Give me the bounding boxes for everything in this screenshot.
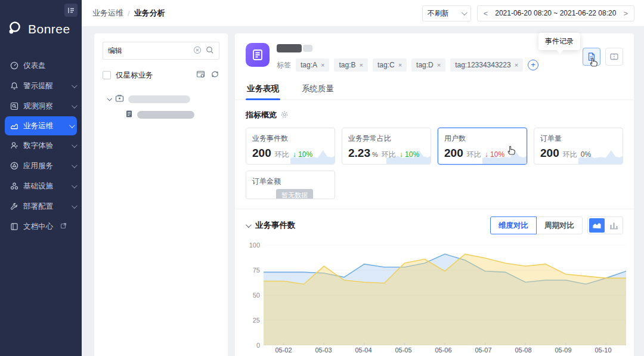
wrench-icon	[10, 202, 18, 211]
cursor-pointer-hand	[506, 143, 518, 156]
tab-system-quality[interactable]: 系统质量	[301, 80, 335, 100]
cursor-pointer-hand	[588, 55, 600, 68]
sidebar-item-infrastructure[interactable]: 基础设施	[0, 176, 82, 196]
search-icon[interactable]	[206, 46, 214, 56]
brand-logo-text: Bonree	[28, 22, 70, 36]
sidebar-item-alerts[interactable]: 警示提醒	[0, 76, 82, 96]
trend-change: ↓ 10%	[293, 150, 312, 159]
trend-change: ↓ 10%	[400, 150, 419, 159]
tag-item: tag:B×	[334, 58, 367, 72]
period-compare-button[interactable]: 周期对比	[536, 216, 583, 234]
metric-card-order-amount[interactable]: 订单金额 暂无数据	[246, 171, 335, 199]
tag-item: tag:D×	[411, 58, 445, 72]
x-axis-tick-label: 05-03	[315, 346, 332, 354]
compare-mode-toggle: 维度对比 周期对比	[490, 216, 583, 234]
breadcrumb: 业务运维 / 业务分析	[92, 8, 165, 18]
book-icon	[10, 222, 18, 231]
chevron-down-icon	[72, 162, 78, 168]
bell-icon	[10, 82, 18, 91]
event-record-tooltip: 事件记录	[538, 33, 580, 50]
close-icon[interactable]: ×	[321, 61, 324, 69]
sidebar-item-label: 观测洞察	[23, 101, 53, 112]
metric-card-error-ratio[interactable]: 业务异常占比 2.23 % 环比 ↓ 10%	[342, 128, 431, 165]
close-icon[interactable]: ×	[437, 61, 441, 69]
chevron-down-icon	[72, 182, 78, 188]
sidebar-menu: 仪表盘 警示提醒 观测洞察 业务运维 数字体验 应用服务	[0, 55, 82, 237]
group-icon	[115, 94, 124, 104]
x-axis-tick-label: 05-08	[515, 346, 531, 354]
no-data-badge: 暂无数据	[276, 189, 313, 199]
chevron-down-icon	[462, 10, 467, 16]
redacted-group-label	[128, 95, 190, 103]
y-axis-tick-label: 50	[246, 292, 260, 299]
view-settings-icon[interactable]	[196, 70, 205, 81]
trend-change: 0%	[581, 150, 591, 159]
tree-group-node[interactable]	[103, 91, 219, 107]
close-icon[interactable]: ×	[360, 61, 363, 69]
business-tree-panel: 仅星标业务	[94, 33, 228, 356]
y-axis-tick-label: 100	[246, 242, 260, 249]
compare-layout-button[interactable]	[605, 48, 623, 66]
sidebar-collapse-icon[interactable]	[64, 4, 78, 17]
gear-icon[interactable]	[280, 110, 289, 120]
brand-logo-icon	[7, 20, 25, 38]
sidebar-item-label: 仪表盘	[23, 61, 46, 71]
sidebar-item-digital-experience[interactable]: 数字体验	[0, 135, 82, 156]
metric-card-orders[interactable]: 订单量 200 环比 0%	[534, 128, 623, 165]
date-range-value: 2021-06-20 08:20 ~ 2021-06-22 08:20	[495, 9, 616, 17]
close-icon[interactable]: ×	[515, 61, 518, 69]
chevron-down-icon	[72, 203, 78, 209]
sidebar-item-label: 应用服务	[23, 161, 53, 171]
redacted-business-title	[277, 44, 302, 52]
tag-item: tag:A×	[296, 58, 329, 72]
tree-leaf-node[interactable]	[103, 107, 219, 122]
x-axis-tick-label: 05-04	[355, 346, 371, 354]
tag-item: tag:12334343223×	[450, 58, 523, 72]
metric-value: 200	[540, 147, 559, 160]
x-axis-tick-label: 05-02	[275, 346, 292, 354]
add-tag-icon[interactable]: +	[528, 60, 538, 70]
next-range-icon[interactable]: >	[623, 9, 628, 18]
sync-sort-icon[interactable]	[210, 70, 219, 81]
tree-search-input[interactable]	[108, 47, 189, 55]
observe-icon	[10, 102, 18, 111]
clear-search-icon[interactable]	[193, 46, 202, 56]
area-chart-icon[interactable]	[589, 218, 605, 233]
y-axis-tick-label: 25	[246, 317, 260, 324]
x-axis-tick-label: 05-05	[395, 346, 411, 354]
prev-range-icon[interactable]: <	[484, 9, 488, 18]
trend-chart-plot[interactable]	[264, 245, 626, 345]
tab-business-performance[interactable]: 业务表现	[246, 80, 280, 100]
x-axis-tick-label: 05-09	[555, 346, 571, 354]
sidebar-item-dashboard[interactable]: 仪表盘	[0, 55, 82, 76]
file-icon	[125, 110, 133, 120]
breadcrumb-current: 业务分析	[134, 8, 165, 18]
trend-chart[interactable]: 0255075100	[246, 243, 623, 343]
sidebar-item-insight[interactable]: 观测洞察	[0, 96, 82, 116]
refresh-interval-select[interactable]: 不刷新	[422, 5, 471, 21]
sidebar-item-app-services[interactable]: 应用服务	[0, 156, 82, 176]
sidebar-item-doc-center[interactable]: 文档中心	[0, 216, 82, 237]
sidebar-item-business-ops[interactable]: 业务运维	[5, 116, 77, 135]
chevron-down-icon	[72, 142, 78, 148]
app-service-icon	[10, 162, 18, 171]
dimension-compare-button[interactable]: 维度对比	[490, 216, 537, 234]
tree-search-box	[103, 42, 219, 60]
close-icon[interactable]: ×	[398, 61, 402, 69]
x-axis-tick-label: 05-07	[475, 346, 491, 354]
chevron-down-icon	[72, 82, 78, 88]
sidebar-item-deploy-config[interactable]: 部署配置	[0, 196, 82, 216]
tags-label: 标签	[277, 60, 291, 70]
bar-chart-icon[interactable]	[606, 218, 621, 233]
star-only-label: 仅星标业务	[116, 70, 153, 81]
star-only-checkbox[interactable]	[103, 71, 111, 79]
external-link-icon	[60, 222, 67, 231]
date-range-picker[interactable]: < 2021-06-20 08:20 ~ 2021-06-22 08:20 >	[477, 5, 634, 21]
sidebar-item-label: 文档中心	[23, 222, 53, 232]
collapse-section-icon[interactable]	[246, 222, 252, 228]
sidebar: Bonree 仪表盘 警示提醒 观测洞察 业务运维 数字体验 应用	[0, 0, 82, 356]
breadcrumb-parent[interactable]: 业务运维	[92, 8, 123, 18]
metric-card-business-events[interactable]: 业务事件数 200 环比 ↓ 10%	[246, 128, 335, 165]
chart-type-toggle	[587, 216, 623, 234]
topbar: 业务运维 / 业务分析 不刷新 < 2021-06-20 08:20 ~ 202…	[82, 0, 644, 27]
